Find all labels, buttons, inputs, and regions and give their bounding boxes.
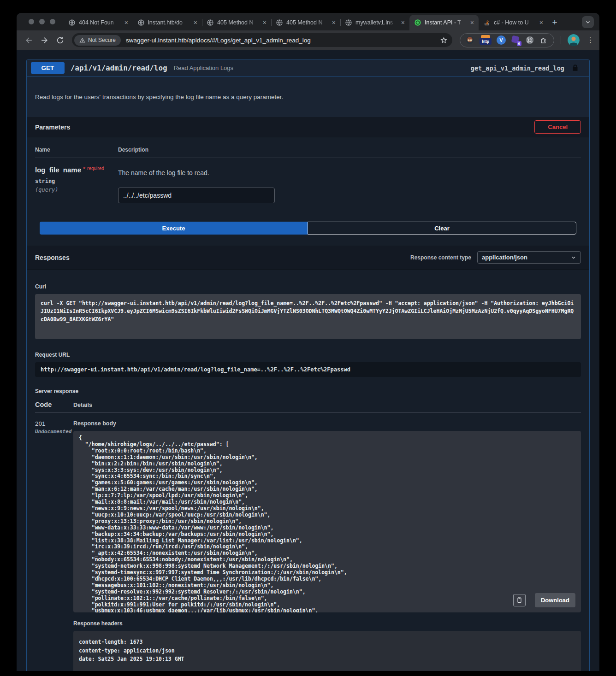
endpoint-path: /api/v1/admin/read/log xyxy=(71,64,167,72)
http-extension-icon[interactable]: http xyxy=(480,38,492,45)
parameter-meta: log_file_name*required string (query) xyxy=(35,165,118,203)
maximize-window-button[interactable] xyxy=(50,19,55,24)
tab-search-button[interactable] xyxy=(582,16,594,28)
execute-button[interactable]: Execute xyxy=(40,222,308,235)
response-body-content: { "/home/shirohige/logs/../../../etc/pas… xyxy=(73,431,581,612)
browser-menu-icon[interactable]: ⋮ xyxy=(587,36,594,44)
responses-title: Responses xyxy=(35,254,70,261)
puzzle-extensions-icon[interactable] xyxy=(539,35,549,45)
content-type-select[interactable]: application/json xyxy=(477,251,581,264)
v-extension-icon[interactable]: V xyxy=(497,35,506,45)
bookmark-button[interactable] xyxy=(440,36,448,44)
responses-body: Curl curl -X GET "http://swagger-ui.inst… xyxy=(27,270,589,671)
cancel-button[interactable]: Cancel xyxy=(534,120,581,134)
close-window-button[interactable] xyxy=(29,19,34,24)
tabs: 404 Not Foun × instant.htb/do × 405 Meth… xyxy=(64,13,562,30)
status-code: 201 xyxy=(35,420,73,427)
minimize-window-button[interactable] xyxy=(39,19,45,24)
responses-header: Responses Response content type applicat… xyxy=(27,246,589,270)
response-headers-content: content-length: 1673 content-type: appli… xyxy=(73,631,581,671)
tab-close-icon[interactable]: × xyxy=(539,19,544,26)
operation-id: get_api_v1_admin_read_log xyxy=(471,65,564,72)
reload-button[interactable] xyxy=(53,34,66,47)
endpoint-description: Read logs for the users' transactions by… xyxy=(27,77,589,117)
code-column: Code xyxy=(35,401,73,408)
tab-label: instant.htb/do xyxy=(148,19,190,26)
wappalyzer-extension-icon[interactable]: 6 xyxy=(511,35,520,45)
http-extension-label: http xyxy=(482,39,489,44)
parameter-location: (query) xyxy=(35,187,118,193)
url-bar[interactable]: Not Secure swagger-ui.instant.htb/apidoc… xyxy=(72,33,452,47)
column-description: Description xyxy=(118,147,148,153)
opblock-header[interactable]: GET /api/v1/admin/read/log Read Applicat… xyxy=(27,59,589,77)
tab-label: Instant API - T xyxy=(425,19,466,26)
response-body-actions: Download xyxy=(513,593,575,607)
swagger-page: GET /api/v1/admin/read/log Read Applicat… xyxy=(17,50,599,671)
forward-button[interactable] xyxy=(38,34,51,47)
globe-favicon-icon xyxy=(345,19,352,26)
reload-icon xyxy=(56,36,65,45)
back-button[interactable] xyxy=(22,34,35,47)
parameter-detail: The name of the log file to read. xyxy=(118,165,275,203)
tab-close-icon[interactable]: × xyxy=(469,19,475,26)
http-extension-hat xyxy=(481,35,490,38)
swagger-favicon-icon xyxy=(414,19,421,26)
tab-strip: 404 Not Foun × instant.htb/do × 405 Meth… xyxy=(17,13,599,30)
not-secure-label: Not Secure xyxy=(88,37,116,43)
endpoint-summary: Read Application Logs xyxy=(174,65,233,71)
clear-button[interactable]: Clear xyxy=(308,222,576,235)
globe-favicon-icon xyxy=(68,19,76,26)
url-text[interactable]: swagger-ui.instant.htb/apidocs/#/Logs/ge… xyxy=(126,37,311,44)
server-response-label: Server response xyxy=(35,388,581,394)
opblock-get: GET /api/v1/admin/read/log Read Applicat… xyxy=(26,59,590,671)
chevron-down-icon xyxy=(571,255,576,260)
tab-405-method-1[interactable]: 405 Method N × xyxy=(202,15,271,30)
curl-command[interactable]: curl -X GET "http://swagger-ui.instant.h… xyxy=(35,294,581,339)
required-star: * xyxy=(83,165,85,172)
log-file-name-input[interactable] xyxy=(118,188,275,203)
tab-stackoverflow[interactable]: c# - How to U × xyxy=(479,15,548,30)
tab-label: 405 Method N xyxy=(286,19,328,26)
download-button[interactable]: Download xyxy=(535,593,575,607)
command-extension-icon[interactable] xyxy=(525,35,534,45)
tab-instant-api-active[interactable]: Instant API - T × xyxy=(409,15,479,30)
response-body-label: Response body xyxy=(73,420,581,427)
tab-instant-htb[interactable]: instant.htb/do × xyxy=(133,15,202,30)
response-headers-label: Response headers xyxy=(73,620,581,627)
browser-toolbar: Not Secure swagger-ui.instant.htb/apidoc… xyxy=(17,30,599,50)
method-badge: GET xyxy=(31,62,65,74)
curl-label: Curl xyxy=(35,283,581,290)
parameters-column-headers: Name Description xyxy=(35,147,581,158)
tab-close-icon[interactable]: × xyxy=(400,19,406,26)
tab-404-not-found[interactable]: 404 Not Foun × xyxy=(64,15,133,30)
column-name: Name xyxy=(35,147,118,153)
tab-close-icon[interactable]: × xyxy=(331,19,337,26)
content-type-value: application/json xyxy=(482,254,527,261)
profile-avatar[interactable] xyxy=(568,34,580,46)
toolbar-divider xyxy=(561,36,561,44)
hacker-extension-icon[interactable] xyxy=(465,35,474,45)
warning-icon xyxy=(79,37,85,43)
chevron-down-icon xyxy=(585,19,591,25)
not-secure-badge[interactable]: Not Secure xyxy=(74,35,121,46)
tab-close-icon[interactable]: × xyxy=(262,19,267,26)
star-icon xyxy=(440,36,448,44)
tab-405-method-2[interactable]: 405 Method N × xyxy=(271,15,340,30)
status-code-cell: 201 Undocumented xyxy=(35,420,73,671)
tab-mywalletv1[interactable]: mywalletv1.ins × xyxy=(340,15,409,30)
back-arrow-icon xyxy=(24,36,33,45)
copy-to-clipboard-button[interactable] xyxy=(513,594,526,606)
response-details-cell: Response body { "/home/shirohige/logs/..… xyxy=(73,420,581,671)
content-type-group: Response content type application/json xyxy=(410,251,581,264)
extensions-cluster: http V 6 xyxy=(460,33,554,47)
extension-count-badge: 6 xyxy=(517,41,521,46)
tab-close-icon[interactable]: × xyxy=(193,19,198,26)
new-tab-button[interactable]: + xyxy=(548,15,562,30)
window-controls xyxy=(17,13,64,30)
tab-close-icon[interactable]: × xyxy=(124,19,129,26)
response-body-box[interactable]: { "/home/shirohige/logs/../../../etc/pas… xyxy=(73,431,581,612)
auth-lock-icon[interactable] xyxy=(572,64,579,72)
parameter-row: log_file_name*required string (query) Th… xyxy=(35,158,581,203)
browser-window: 404 Not Foun × instant.htb/do × 405 Meth… xyxy=(17,13,599,671)
tab-label: 404 Not Foun xyxy=(79,19,120,26)
